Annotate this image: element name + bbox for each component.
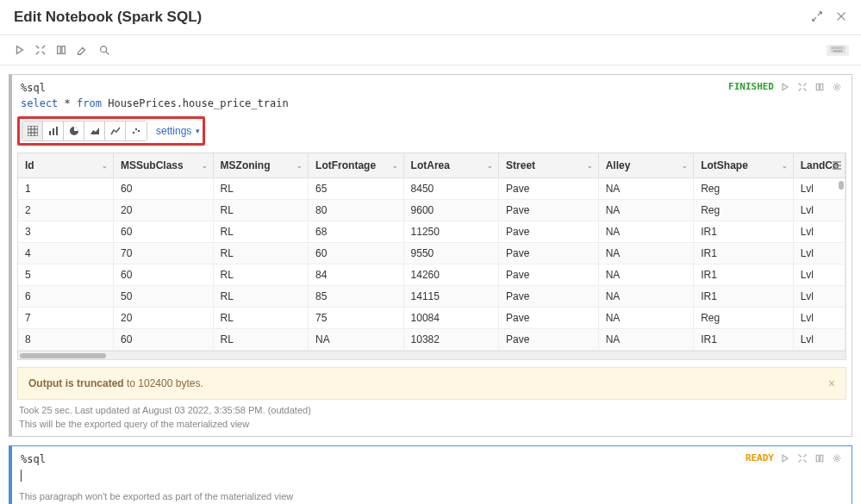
gear-icon[interactable] xyxy=(831,452,843,464)
table-cell: RL xyxy=(213,286,309,308)
expand-icon[interactable] xyxy=(796,452,808,464)
svg-point-17 xyxy=(836,457,839,460)
table-cell: RL xyxy=(213,178,309,200)
line-chart-icon[interactable] xyxy=(105,121,126,140)
table-cell: 7 xyxy=(18,308,114,329)
horizontal-scrollbar[interactable] xyxy=(18,351,845,359)
sort-icon[interactable]: ⌄ xyxy=(296,162,303,170)
book-icon[interactable] xyxy=(814,452,826,464)
sort-icon[interactable]: ⌄ xyxy=(682,162,688,170)
table-row: 720RL7510084PaveNARegLvl xyxy=(18,308,845,329)
table-cell: NA xyxy=(598,243,694,264)
svg-rect-6 xyxy=(841,47,843,48)
column-header[interactable]: LotFrontage⌄ xyxy=(309,153,404,178)
table-cell: Lvl xyxy=(793,178,845,200)
table-cell: Lvl xyxy=(793,329,845,351)
table-cell: 11250 xyxy=(403,221,499,243)
sort-icon[interactable]: ⌄ xyxy=(587,162,593,170)
bar-chart-icon[interactable] xyxy=(43,121,64,140)
table-menu-icon[interactable] xyxy=(832,160,842,173)
table-row: 560RL8414260PaveNAIR1Lvl xyxy=(18,264,845,286)
column-header[interactable]: Street⌄ xyxy=(499,153,599,178)
book-icon[interactable] xyxy=(814,81,826,93)
column-header[interactable]: MSZoning⌄ xyxy=(213,153,309,178)
table-cell: Lvl xyxy=(793,264,845,286)
play-icon[interactable] xyxy=(779,452,791,464)
code-editor[interactable]: %sql select * from HousePrices.house_pri… xyxy=(12,75,852,115)
table-cell: NA xyxy=(598,221,694,243)
sort-icon[interactable]: ⌄ xyxy=(392,162,398,170)
svg-point-14 xyxy=(133,132,134,134)
table-cell: 60 xyxy=(114,264,214,286)
sort-icon[interactable]: ⌄ xyxy=(487,162,493,170)
table-cell: NA xyxy=(598,329,694,351)
viz-settings-link[interactable]: settings ▼ xyxy=(156,125,201,137)
result-table: Id⌄MSSubClass⌄MSZoning⌄LotFrontage⌄LotAr… xyxy=(18,153,845,351)
table-cell: 85 xyxy=(309,286,404,308)
table-cell: IR1 xyxy=(694,286,794,308)
table-cell: 9600 xyxy=(403,200,499,221)
collapse-icon[interactable] xyxy=(33,42,48,58)
eraser-icon[interactable] xyxy=(74,42,90,58)
code-editor[interactable]: %sql READY xyxy=(12,446,852,486)
table-cell: 50 xyxy=(114,286,214,308)
gear-icon[interactable] xyxy=(831,81,843,93)
search-icon[interactable] xyxy=(97,42,112,58)
code-magic: %sql xyxy=(21,453,46,465)
column-header[interactable]: Id⌄ xyxy=(18,153,114,178)
table-row: 650RL8514115PaveNAIR1Lvl xyxy=(18,286,845,308)
svg-rect-9 xyxy=(28,126,38,136)
table-cell: Lvl xyxy=(793,308,845,329)
vertical-scrollbar[interactable] xyxy=(839,181,844,190)
area-chart-icon[interactable] xyxy=(84,121,105,140)
table-icon[interactable] xyxy=(22,121,43,140)
close-dialog-icon[interactable] xyxy=(835,10,847,25)
table-cell: RL xyxy=(213,308,309,329)
table-cell: NA xyxy=(598,200,694,221)
table-cell: 80 xyxy=(309,200,404,221)
play-icon[interactable] xyxy=(779,81,791,93)
table-cell: 68 xyxy=(309,221,404,243)
book-icon[interactable] xyxy=(53,42,69,58)
table-cell: Lvl xyxy=(793,243,845,264)
result-table-wrap: Id⌄MSSubClass⌄MSZoning⌄LotFrontage⌄LotAr… xyxy=(17,152,846,360)
scatter-chart-icon[interactable] xyxy=(126,121,147,140)
svg-rect-10 xyxy=(49,131,51,135)
table-cell: Pave xyxy=(499,264,599,286)
cell-status: FINISHED xyxy=(728,80,774,95)
table-cell: IR1 xyxy=(694,329,794,351)
viz-toolbar-highlight: settings ▼ xyxy=(17,116,205,146)
svg-point-16 xyxy=(138,130,140,132)
sort-icon[interactable]: ⌄ xyxy=(782,162,788,170)
dialog-title: Edit Notebook (Spark SQL) xyxy=(14,9,202,26)
table-cell: RL xyxy=(213,221,309,243)
table-cell: NA xyxy=(598,264,694,286)
expand-dialog-icon[interactable] xyxy=(811,10,823,25)
table-cell: Pave xyxy=(499,329,599,351)
cell-status: READY xyxy=(746,451,774,466)
table-cell: IR1 xyxy=(694,221,794,243)
column-header[interactable]: LotArea⌄ xyxy=(403,153,499,178)
column-header[interactable]: Alley⌄ xyxy=(598,153,694,178)
expand-icon[interactable] xyxy=(796,81,808,93)
svg-rect-5 xyxy=(839,47,840,48)
close-icon[interactable]: × xyxy=(828,376,835,390)
table-cell: NA xyxy=(598,286,694,308)
table-cell: RL xyxy=(213,200,309,221)
table-cell: 9550 xyxy=(403,243,499,264)
pie-chart-icon[interactable] xyxy=(64,121,84,140)
play-icon[interactable] xyxy=(12,42,28,58)
table-cell: RL xyxy=(213,264,309,286)
table-row: 360RL6811250PaveNAIR1Lvl xyxy=(18,221,845,243)
svg-point-15 xyxy=(135,128,137,130)
table-cell: 60 xyxy=(114,221,214,243)
table-cell: Pave xyxy=(499,286,599,308)
column-header[interactable]: MSSubClass⌄ xyxy=(114,153,214,178)
text-caret xyxy=(21,470,22,482)
sort-icon[interactable]: ⌄ xyxy=(102,162,108,170)
table-cell: Lvl xyxy=(793,200,845,221)
sort-icon[interactable]: ⌄ xyxy=(202,162,208,170)
column-header[interactable]: LotShape⌄ xyxy=(694,153,794,178)
notebook-cell-1: %sql select * from HousePrices.house_pri… xyxy=(9,74,852,437)
table-cell: Lvl xyxy=(793,221,845,243)
